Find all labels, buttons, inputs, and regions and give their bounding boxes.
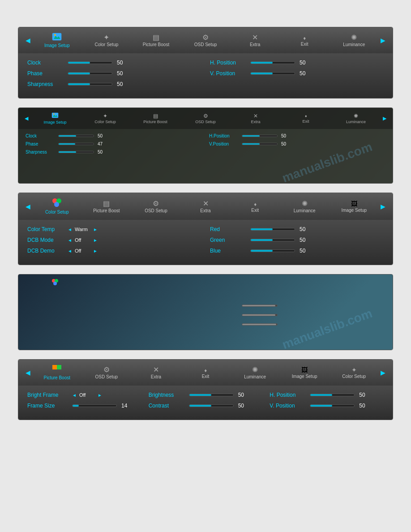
dcbdemo-right-3[interactable]: ► (93, 249, 98, 253)
nav-left-2[interactable]: ◀ (23, 116, 30, 121)
hpos-slider-1[interactable] (250, 61, 295, 64)
nav-right-1[interactable]: ▶ (379, 37, 387, 44)
phase-slider-1[interactable] (68, 72, 112, 75)
image-setup-icon-1 (52, 33, 62, 42)
red-slider-4[interactable] (242, 305, 278, 307)
menu-item-extra-3[interactable]: ✕ Extra (181, 198, 231, 215)
menu-item-luminance-3[interactable]: ✺ Luminance (280, 198, 330, 215)
vpos-row-1: V. Position 50 (210, 70, 384, 77)
menu-item-image-setup-5[interactable]: 🖼 Image Setup (280, 365, 330, 381)
blue-slider-4[interactable] (242, 323, 278, 326)
vpos-slider-5[interactable] (310, 404, 355, 407)
menu-item-osd-setup-3[interactable]: ⚙ OSD Setup (131, 198, 181, 215)
menu-item-exit-5[interactable]: ⬧ Exit (181, 365, 231, 381)
color-setup-icon-4 (52, 279, 59, 287)
menu-item-picture-boost-1[interactable]: ▤ Picture Boost (131, 32, 181, 49)
hpos-slider-2[interactable] (242, 135, 278, 137)
vpos-slider-1[interactable] (250, 72, 295, 75)
menu-label-color-setup-5: Color Setup (342, 374, 366, 379)
menu-item-osd-setup-5[interactable]: ⚙ OSD Setup (82, 365, 132, 381)
sharpness-label-1: Sharpness (27, 81, 63, 87)
osd-setup-icon-3: ⚙ (153, 200, 159, 207)
menu-item-picture-boost-2[interactable]: ▤ Picture Boost (130, 112, 180, 126)
dcbmode-left-3[interactable]: ◄ (68, 238, 72, 243)
menu-item-exit-2[interactable]: ⬧ Exit (281, 112, 331, 125)
osd-setup-icon-1: ⚙ (202, 34, 209, 41)
menu-item-luminance-5[interactable]: ✺ Luminance (230, 365, 280, 381)
clock-slider-1[interactable] (68, 61, 112, 64)
luminance-icon-3: ✺ (302, 200, 308, 207)
menu-item-exit-1[interactable]: ⬧ Exit (280, 33, 330, 48)
menu-item-osd-setup-2[interactable]: ⚙ OSD Setup (180, 112, 231, 126)
sharpness-slider-2[interactable] (58, 151, 94, 153)
green-slider-4[interactable] (242, 314, 278, 316)
nav-right-5[interactable]: ▶ (379, 369, 387, 376)
nav-left-5[interactable]: ◀ (24, 369, 32, 376)
brightframe-left-5[interactable]: ◄ (72, 393, 77, 398)
blue-slider-3[interactable] (250, 249, 295, 252)
menu-item-extra-1[interactable]: ✕ Extra (230, 32, 280, 49)
color-setup-icon-3 (52, 198, 61, 209)
svg-point-2 (54, 34, 56, 36)
menu-item-picture-boost-5[interactable]: Picture Boost (32, 363, 82, 382)
menu-item-luminance-2[interactable]: ✺ Luminance (331, 112, 381, 126)
contrast-row-5: Contrast 50 (149, 403, 263, 409)
nav-right-3[interactable]: ▶ (379, 203, 387, 210)
menu-item-extra-2[interactable]: ✕ Extra (231, 112, 281, 126)
extra-icon-5: ✕ (153, 366, 159, 373)
phase-value-2: 47 (98, 142, 107, 146)
colortemp-left-3[interactable]: ◄ (68, 227, 72, 232)
menu-item-luminance-1[interactable]: ✺ Luminance (329, 32, 379, 49)
phase-value-1: 50 (117, 70, 128, 77)
nav-left-1[interactable]: ◀ (24, 37, 32, 44)
sharpness-row-2: Sharpness 50 (26, 150, 202, 154)
blue-label-3: Blue (210, 248, 246, 254)
menu-item-image-setup-1[interactable]: Image Setup (32, 31, 82, 50)
brightframe-label-5: Bright Frame (27, 392, 68, 398)
green-slider-3[interactable] (250, 239, 295, 241)
hpos-row-1: H. Position 50 (210, 60, 384, 66)
sharpness-row-1: Sharpness 50 (27, 81, 201, 87)
contrast-slider-5[interactable] (189, 404, 234, 407)
menu-item-image-setup-3[interactable]: 🖼 Image Setup (329, 199, 379, 215)
clock-slider-2[interactable] (58, 135, 94, 137)
picture-boost-icon-5 (52, 365, 61, 374)
dcbdemo-left-3[interactable]: ◄ (68, 249, 72, 253)
menu-label-osd-setup-5: OSD Setup (95, 374, 118, 379)
dcbmode-control-3: ◄ Off ► (68, 237, 98, 243)
vpos-slider-2[interactable] (242, 143, 278, 145)
nav-left-3[interactable]: ◀ (24, 203, 32, 210)
menu-item-color-setup-5[interactable]: ✦ Color Setup (329, 365, 379, 381)
menu-item-extra-5[interactable]: ✕ Extra (131, 365, 181, 381)
settings-columns-3: Color Temp ◄ Warm ► DCB Mode ◄ Off ► (27, 226, 384, 258)
green-value-3: 50 (300, 237, 311, 243)
menu-label-image-setup-2: Image Setup (43, 120, 66, 124)
phase-row-1: Phase 50 (27, 70, 201, 77)
color-setup-icon-2: ✦ (103, 113, 107, 119)
menu-item-osd-setup-1[interactable]: ⚙ OSD Setup (181, 32, 231, 49)
extra-icon-3: ✕ (203, 200, 209, 207)
left-col-1: Clock 50 Phase 50 Sharpness 50 (27, 60, 201, 92)
brightness-slider-5[interactable] (189, 394, 234, 396)
sharpness-slider-1[interactable] (68, 83, 112, 86)
osd-setup-icon-2: ⚙ (203, 113, 208, 119)
nav-right-2[interactable]: ▶ (381, 116, 388, 121)
phase-slider-2[interactable] (58, 143, 94, 145)
dcbmode-right-3[interactable]: ► (93, 238, 98, 243)
colortemp-right-3[interactable]: ► (93, 227, 98, 232)
menu-item-color-setup-2[interactable]: ✦ Color Setup (80, 112, 130, 126)
hpos-slider-5[interactable] (310, 394, 355, 396)
menu-item-color-setup-1[interactable]: ✦ Color Setup (82, 32, 132, 49)
menu-item-image-setup-2[interactable]: Image Setup (30, 111, 80, 126)
hpos-label-2: H.Position (209, 133, 238, 138)
red-row-3: Red 50 (210, 226, 384, 232)
menu-label-color-setup-3: Color Setup (45, 210, 69, 215)
framesize-value-5: 14 (121, 403, 133, 409)
menu-label-color-setup-1: Color Setup (94, 42, 118, 47)
framesize-slider-5[interactable] (72, 404, 117, 407)
menu-item-color-setup-3[interactable]: Color Setup (32, 197, 82, 216)
menu-item-exit-3[interactable]: ⬧ Exit (230, 199, 280, 215)
menu-item-picture-boost-3[interactable]: ▤ Picture Boost (82, 198, 132, 215)
red-slider-3[interactable] (250, 228, 295, 231)
brightframe-right-5[interactable]: ► (98, 393, 102, 398)
